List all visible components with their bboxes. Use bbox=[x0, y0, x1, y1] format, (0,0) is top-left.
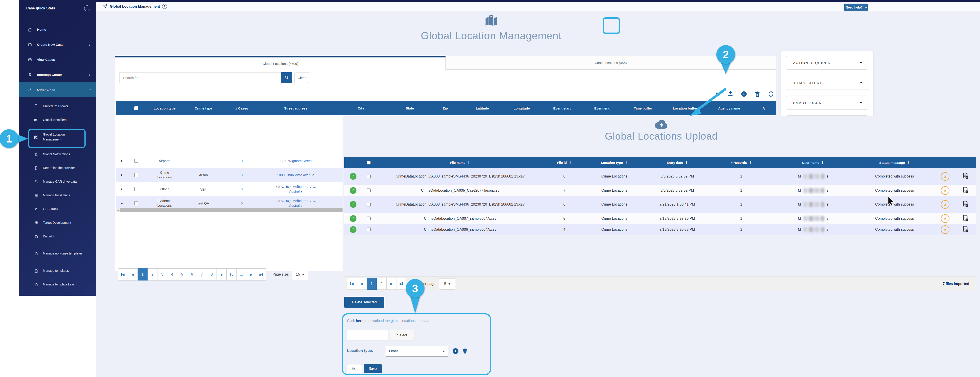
sidebar-item-dispatch[interactable]: Dispatch bbox=[19, 230, 96, 243]
sidebar-item-gps-track[interactable]: GPS Track bbox=[19, 202, 96, 216]
add-button[interactable] bbox=[740, 90, 748, 98]
log-file-icon[interactable] bbox=[962, 225, 969, 234]
upload-row[interactable]: ✓ CrimeDataLocation_QA007_sample004A.csv… bbox=[344, 213, 976, 224]
upload-row[interactable]: ✓ CrimeDataLocation_QA006_sample004A.csv… bbox=[344, 224, 976, 235]
upload-row[interactable]: ✓ CrimeDataLocation_QA008_sampleSMS4436_… bbox=[344, 196, 976, 213]
column-header[interactable]: # Records⋮ bbox=[710, 161, 773, 165]
sidebar-item-other-links[interactable]: Other Links bbox=[19, 82, 96, 97]
cell-street-address[interactable]: 1080 Linda Vista Avenue bbox=[277, 173, 314, 177]
cell-street-address[interactable]: 39RC+5Q, Melbourne VIC, Australia bbox=[270, 184, 321, 194]
page-ellipsis-button[interactable]: ... bbox=[237, 268, 247, 280]
row-checkbox[interactable] bbox=[367, 228, 371, 231]
upload-button[interactable] bbox=[726, 90, 735, 98]
sort-icon[interactable]: ⋮ bbox=[625, 161, 628, 164]
accordion-action-required[interactable]: ACTION REQUIRED bbox=[786, 55, 869, 70]
download-file-icon[interactable] bbox=[941, 214, 950, 223]
page-button[interactable]: 6 bbox=[187, 268, 197, 280]
cell-street-address[interactable]: 1200 Wigmore Street bbox=[280, 158, 312, 163]
page-size-select[interactable]: 15 ▾ bbox=[292, 269, 308, 280]
select-all-checkbox[interactable] bbox=[367, 161, 371, 165]
row-expander-icon[interactable]: ▸ bbox=[121, 201, 123, 205]
page-first-button[interactable]: ◀ bbox=[347, 278, 357, 290]
row-checkbox[interactable] bbox=[134, 201, 138, 205]
page-button[interactable]: 2 bbox=[377, 278, 387, 290]
search-button[interactable] bbox=[281, 72, 292, 83]
need-help-button[interactable]: Need help? bbox=[844, 3, 868, 11]
row-expander-icon[interactable]: ▸ bbox=[121, 187, 123, 191]
select-all-checkbox[interactable] bbox=[134, 106, 138, 110]
delete-selected-button[interactable]: Delete selected bbox=[344, 297, 384, 308]
save-button[interactable]: Save bbox=[364, 364, 382, 373]
cell-street-address[interactable]: 39RC+5Q, Melbourne VIC, Australia bbox=[270, 198, 321, 208]
tab-global-locations[interactable]: Global Locations (8609) bbox=[115, 55, 445, 70]
page-button[interactable]: 1 bbox=[367, 278, 377, 290]
clear-button[interactable]: Clear bbox=[294, 72, 309, 83]
column-header[interactable]: # Cases bbox=[222, 106, 262, 110]
column-header[interactable]: Crime type bbox=[185, 106, 222, 110]
column-header[interactable]: Longitude bbox=[501, 106, 542, 110]
template-here-link[interactable]: here bbox=[356, 319, 363, 323]
column-header[interactable]: File id⋮ bbox=[545, 161, 584, 165]
column-header[interactable]: Street address bbox=[262, 106, 330, 110]
sidebar-item-determine-the-provider[interactable]: Determine the provider bbox=[19, 161, 96, 175]
row-checkbox[interactable] bbox=[367, 188, 371, 192]
column-header[interactable]: Event end bbox=[582, 106, 622, 110]
sidebar-collapse-button[interactable]: ‹ bbox=[84, 5, 90, 11]
sort-icon[interactable]: ⋮ bbox=[907, 161, 910, 164]
download-file-icon[interactable] bbox=[941, 186, 950, 195]
scroll-left-icon[interactable]: ◂ bbox=[116, 209, 120, 212]
upload-row[interactable]: ✓ CrimeDataLocation_QA005_Case2677Jason.… bbox=[344, 185, 976, 196]
row-checkbox[interactable] bbox=[134, 187, 138, 191]
row-expander-icon[interactable]: ▸ bbox=[121, 173, 123, 177]
page-first-button[interactable]: ◀ bbox=[118, 268, 128, 280]
page-button[interactable]: 2 bbox=[148, 268, 158, 280]
page-next-button[interactable]: ▶ bbox=[387, 278, 396, 290]
help-info-icon[interactable]: ? bbox=[162, 4, 167, 9]
files-per-page-select[interactable]: 5 ▾ bbox=[439, 278, 455, 290]
exit-button[interactable]: Exit bbox=[347, 364, 362, 373]
page-button[interactable]: 9 bbox=[217, 268, 227, 280]
column-header[interactable]: Status message⋮ bbox=[854, 161, 935, 165]
row-expander-icon[interactable]: ▸ bbox=[121, 158, 123, 163]
column-header[interactable]: Entry date⋮ bbox=[645, 161, 710, 165]
upload-row[interactable]: ✓ CrimeDataLocation_QA008_sampleSMS4436_… bbox=[344, 168, 976, 185]
download-file-icon[interactable] bbox=[941, 200, 950, 209]
sidebar-item-view-cases[interactable]: View Cases bbox=[19, 52, 96, 67]
accordion-x-case-alert[interactable]: X-CASE ALERT bbox=[786, 76, 869, 90]
search-input[interactable] bbox=[119, 72, 281, 83]
sidebar-item-global-identifiers[interactable]: Global Identifiers bbox=[19, 113, 96, 127]
page-button[interactable]: 8 bbox=[207, 268, 217, 280]
sidebar-item-manage-non-case-templates[interactable]: Manage non-case templates bbox=[19, 243, 96, 264]
column-header[interactable]: State bbox=[392, 106, 428, 110]
page-button[interactable]: 1 bbox=[138, 268, 148, 280]
page-button[interactable]: 4 bbox=[167, 268, 177, 280]
sort-icon[interactable]: ⋮ bbox=[467, 161, 470, 164]
page-next-button[interactable]: ▶ bbox=[247, 268, 256, 280]
column-header[interactable]: City bbox=[330, 106, 392, 110]
row-checkbox[interactable] bbox=[134, 173, 138, 177]
sidebar-item-target-development[interactable]: Target Development bbox=[19, 216, 96, 230]
row-checkbox[interactable] bbox=[367, 203, 371, 206]
page-button[interactable]: 5 bbox=[177, 268, 187, 280]
add-location-type-icon[interactable]: + bbox=[453, 348, 458, 354]
location-type-select[interactable]: Other ▾ bbox=[386, 346, 448, 356]
delete-location-type-icon[interactable] bbox=[461, 348, 468, 354]
download-file-icon[interactable] bbox=[941, 225, 950, 234]
page-last-button[interactable]: ▶ bbox=[256, 268, 266, 280]
page-button[interactable]: 3 bbox=[158, 268, 167, 280]
sidebar-item-intercept-center[interactable]: Intercept Center › bbox=[19, 67, 96, 82]
column-header[interactable]: Location type bbox=[144, 106, 185, 110]
sidebar-item-home[interactable]: Home bbox=[19, 22, 96, 37]
log-file-icon[interactable] bbox=[962, 214, 969, 223]
row-checkbox[interactable] bbox=[134, 159, 138, 163]
log-file-icon[interactable] bbox=[962, 187, 969, 195]
sort-icon[interactable]: ⋮ bbox=[568, 161, 572, 164]
file-path-input[interactable] bbox=[347, 330, 388, 341]
row-checkbox[interactable] bbox=[367, 174, 371, 178]
sort-icon[interactable]: ⋮ bbox=[821, 161, 824, 164]
column-header[interactable]: Location type⋮ bbox=[584, 161, 645, 165]
select-file-button[interactable]: Select bbox=[390, 330, 414, 341]
download-file-icon[interactable] bbox=[941, 172, 950, 181]
log-file-icon[interactable] bbox=[962, 172, 969, 181]
log-file-icon[interactable] bbox=[962, 200, 969, 209]
